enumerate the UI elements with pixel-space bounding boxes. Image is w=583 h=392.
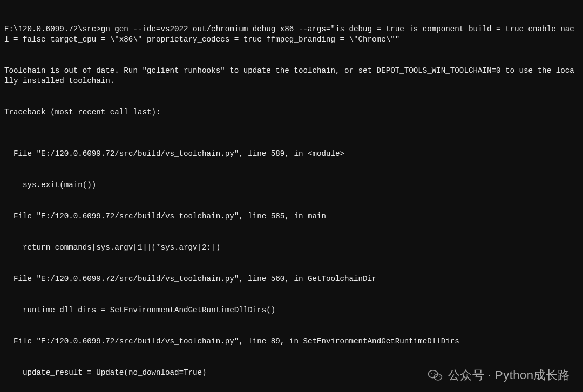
watermark: 公众号 · Python成长路 bbox=[428, 367, 570, 383]
svg-point-5 bbox=[439, 376, 440, 377]
traceback-file: File "E:/120.0.6099.72/src/build/vs_tool… bbox=[4, 211, 579, 222]
svg-point-4 bbox=[436, 376, 437, 377]
traceback-file: File "E:/120.0.6099.72/src/build/vs_tool… bbox=[4, 149, 579, 159]
traceback-code: sys.exit(main()) bbox=[4, 180, 579, 190]
wechat-icon bbox=[428, 368, 443, 383]
svg-point-3 bbox=[434, 373, 435, 374]
terminal-output[interactable]: E:\120.0.6099.72\src>gn gen --ide=vs2022… bbox=[0, 0, 583, 392]
traceback-file: File "E:/120.0.6099.72/src/build/vs_tool… bbox=[4, 274, 579, 284]
traceback-header: Traceback (most recent call last): bbox=[4, 107, 579, 118]
watermark-text: 公众号 · Python成长路 bbox=[448, 367, 570, 383]
toolchain-warning: Toolchain is out of date. Run "gclient r… bbox=[4, 66, 579, 87]
command-prompt-line: E:\120.0.6099.72\src>gn gen --ide=vs2022… bbox=[4, 24, 579, 45]
traceback-code: runtime_dll_dirs = SetEnvironmentAndGetR… bbox=[4, 305, 579, 315]
svg-point-2 bbox=[431, 373, 432, 374]
traceback-file: File "E:/120.0.6099.72/src/build/vs_tool… bbox=[4, 336, 579, 347]
traceback-code: return commands[sys.argv[1]](*sys.argv[2… bbox=[4, 243, 579, 253]
